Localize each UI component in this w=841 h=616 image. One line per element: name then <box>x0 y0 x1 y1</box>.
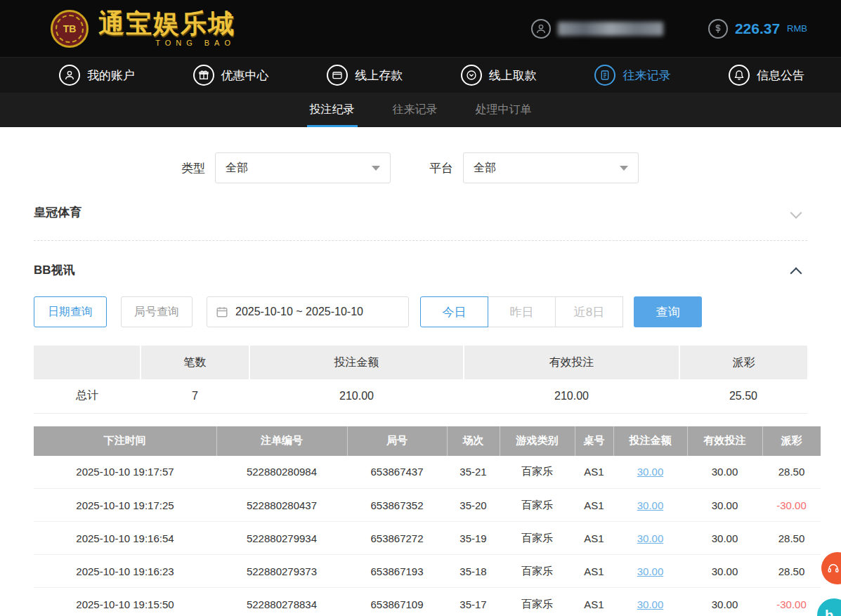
type-select[interactable]: 全部 <box>215 152 391 183</box>
nav-item-label: 我的账户 <box>87 67 135 84</box>
main-content: 类型 全部 平台 全部 皇冠体育 BB视讯 日期查询 局号查询 2025-10-… <box>0 152 841 616</box>
table-cell: 30.00 <box>687 555 762 588</box>
table-cell: 28.50 <box>762 555 821 588</box>
table-row: 2025-10-10 19:16:23522880279373653867193… <box>34 555 821 588</box>
bet-amount-link[interactable]: 30.00 <box>637 466 664 478</box>
nav-item-label: 往来记录 <box>622 67 670 84</box>
bet-amount-cell[interactable]: 30.00 <box>613 489 687 522</box>
table-cell: 2025-10-10 19:15:50 <box>34 588 216 616</box>
bet-amount-cell[interactable]: 30.00 <box>613 555 687 588</box>
date-query-button[interactable]: 日期查询 <box>34 296 107 327</box>
table-cell: 30.00 <box>687 489 762 522</box>
section-title: 皇冠体育 <box>34 204 82 221</box>
section-bb-video[interactable]: BB视讯 <box>34 241 807 294</box>
bet-table-body: 2025-10-10 19:17:57522880280984653867437… <box>34 456 821 616</box>
filter-row: 类型 全部 平台 全部 <box>181 152 841 183</box>
site-title: 通宝娱乐城 <box>98 11 235 37</box>
table-cell: AS1 <box>575 555 613 588</box>
table-cell: 35-20 <box>447 489 500 522</box>
table-cell: 百家乐 <box>500 489 575 522</box>
headset-icon <box>827 562 840 575</box>
table-cell: -30.00 <box>762 588 821 616</box>
bet-amount-link[interactable]: 30.00 <box>637 598 664 610</box>
table-row: 2025-10-10 19:15:50522880278834653867109… <box>34 588 821 616</box>
total-valid-bet: 210.00 <box>464 379 679 413</box>
table-cell: 2025-10-10 19:17:25 <box>34 489 216 522</box>
section-crown-sports[interactable]: 皇冠体育 <box>34 183 807 241</box>
user-block[interactable] <box>531 19 663 39</box>
today-button[interactable]: 今日 <box>420 296 488 327</box>
table-cell: 百家乐 <box>500 456 575 489</box>
table-cell: 30.00 <box>687 588 762 616</box>
calendar-icon <box>216 306 228 318</box>
topbar-right: 226.37 RMB <box>531 19 807 39</box>
table-cell: 28.50 <box>762 522 821 555</box>
column-header: 场次 <box>447 426 500 456</box>
table-cell: 653867109 <box>347 588 447 616</box>
account-icon <box>59 65 80 86</box>
last-8-days-button[interactable]: 近8日 <box>555 296 623 327</box>
chat-badge-letter: b <box>825 608 833 616</box>
search-button[interactable]: 查询 <box>634 296 702 327</box>
balance-block[interactable]: 226.37 RMB <box>708 19 807 39</box>
nav-item-deposit[interactable]: 线上存款 <box>327 65 403 86</box>
site-logo[interactable]: TB 通宝娱乐城 TONG BAO <box>51 10 235 48</box>
table-cell: AS1 <box>575 588 613 616</box>
total-count: 7 <box>141 379 249 413</box>
summary-table: 笔数 投注金额 有效投注 派彩 总计 7 210.00 210.00 25.50 <box>34 346 807 414</box>
column-header: 局号 <box>347 426 447 456</box>
table-cell: 522880279934 <box>216 522 347 555</box>
chip-label: TB <box>63 23 77 34</box>
table-cell: 522880280984 <box>216 456 347 489</box>
records-icon <box>594 65 615 86</box>
total-bet-amount: 210.00 <box>249 379 464 413</box>
nav-item-withdraw[interactable]: 线上取款 <box>461 65 537 86</box>
bet-amount-link[interactable]: 30.00 <box>637 499 664 511</box>
nav-item-account[interactable]: 我的账户 <box>59 65 135 86</box>
logo-text: 通宝娱乐城 TONG BAO <box>98 11 235 47</box>
chevron-up-icon[interactable] <box>790 267 802 279</box>
tab-processing-orders[interactable]: 处理中订单 <box>473 93 535 127</box>
tab-bar: 投注纪录 往来记录 处理中订单 <box>0 93 841 127</box>
table-cell: 522880278834 <box>216 588 347 616</box>
date-range-input[interactable]: 2025-10-10 ~ 2025-10-10 <box>207 296 409 327</box>
chevron-down-icon[interactable] <box>790 207 802 218</box>
nav-item-label: 信息公告 <box>757 67 804 84</box>
tab-transaction-records[interactable]: 往来记录 <box>390 93 441 127</box>
table-cell: 653867352 <box>347 489 447 522</box>
chevron-down-icon <box>620 166 628 171</box>
bet-amount-cell[interactable]: 30.00 <box>613 456 687 489</box>
type-select-value: 全部 <box>226 161 248 176</box>
nav-item-promotions[interactable]: 优惠中心 <box>193 65 269 86</box>
date-range-value: 2025-10-10 ~ 2025-10-10 <box>235 306 363 318</box>
topbar: TB 通宝娱乐城 TONG BAO 226.37 RMB <box>0 0 841 57</box>
column-header <box>34 346 141 379</box>
table-cell: 2025-10-10 19:16:23 <box>34 555 216 588</box>
table-cell: 522880280437 <box>216 489 347 522</box>
table-row: 2025-10-10 19:16:54522880279934653867272… <box>34 522 821 555</box>
nav-item-announcements[interactable]: 信息公告 <box>729 65 804 86</box>
main-nav: 我的账户 优惠中心 线上存款 线上取款 往来记录 信息公告 <box>0 57 841 93</box>
platform-select[interactable]: 全部 <box>463 152 639 183</box>
bet-table-head-row: 下注时间注单编号局号场次游戏类别桌号投注金额有效投注派彩 <box>34 426 821 456</box>
column-header: 桌号 <box>575 426 613 456</box>
tab-betting-records[interactable]: 投注纪录 <box>307 93 358 127</box>
yesterday-button[interactable]: 昨日 <box>488 296 556 327</box>
column-header: 游戏类别 <box>500 426 575 456</box>
bet-amount-link[interactable]: 30.00 <box>637 532 664 544</box>
total-label: 总计 <box>34 379 141 413</box>
round-query-button[interactable]: 局号查询 <box>121 296 193 327</box>
table-cell: 35-17 <box>447 588 500 616</box>
nav-item-records[interactable]: 往来记录 <box>594 65 670 86</box>
table-cell: 653867272 <box>347 522 447 555</box>
platform-select-value: 全部 <box>474 161 496 176</box>
bet-amount-link[interactable]: 30.00 <box>637 565 664 577</box>
section-title: BB视讯 <box>34 262 75 278</box>
deposit-icon <box>327 65 348 86</box>
table-cell: 30.00 <box>687 522 762 555</box>
query-controls: 日期查询 局号查询 2025-10-10 ~ 2025-10-10 今日 昨日 … <box>34 296 807 327</box>
balance-amount: 226.37 <box>735 20 780 37</box>
bet-amount-cell[interactable]: 30.00 <box>613 522 687 555</box>
bet-amount-cell[interactable]: 30.00 <box>613 588 687 616</box>
column-header: 投注金额 <box>613 426 687 456</box>
